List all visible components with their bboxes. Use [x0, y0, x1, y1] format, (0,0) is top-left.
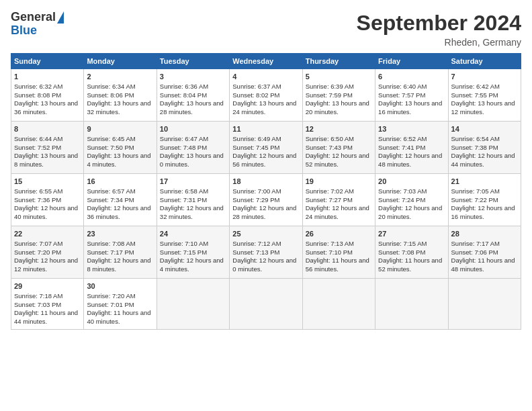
- sunset: Sunset: 7:52 PM: [14, 144, 61, 151]
- calendar-cell: 24Sunrise: 7:10 AMSunset: 7:15 PMDayligh…: [157, 226, 229, 279]
- day-number: 13: [378, 124, 445, 134]
- calendar-cell: 21Sunrise: 7:05 AMSunset: 7:22 PMDayligh…: [448, 174, 521, 226]
- calendar-cell: 26Sunrise: 7:13 AMSunset: 7:10 PMDayligh…: [302, 226, 375, 279]
- sunrise: Sunrise: 6:42 AM: [451, 83, 500, 90]
- sunrise: Sunrise: 7:17 AM: [451, 240, 500, 247]
- logo-triangle-icon: [57, 11, 64, 24]
- daylight: Daylight: 13 hours and 8 minutes.: [14, 152, 78, 168]
- day-number: 14: [451, 124, 518, 134]
- day-number: 11: [232, 124, 299, 134]
- calendar-header-friday: Friday: [375, 54, 448, 69]
- calendar-cell: 6Sunrise: 6:40 AMSunset: 7:57 PMDaylight…: [375, 69, 448, 122]
- sunset: Sunset: 7:01 PM: [87, 301, 134, 308]
- header: General Blue September 2024 Rheden, Germ…: [11, 11, 521, 48]
- daylight: Daylight: 12 hours and 16 minutes.: [451, 204, 515, 220]
- sunset: Sunset: 7:34 PM: [87, 196, 134, 203]
- month-title: September 2024: [357, 11, 521, 36]
- sunset: Sunset: 7:29 PM: [232, 196, 279, 203]
- sunset: Sunset: 7:03 PM: [14, 301, 61, 308]
- sunset: Sunset: 8:06 PM: [87, 91, 134, 99]
- sunrise: Sunrise: 7:12 AM: [232, 240, 281, 247]
- sunset: Sunset: 8:08 PM: [14, 91, 61, 99]
- day-number: 22: [14, 229, 81, 239]
- calendar-cell: 11Sunrise: 6:49 AMSunset: 7:45 PMDayligh…: [230, 122, 302, 174]
- daylight: Daylight: 12 hours and 0 minutes.: [232, 257, 296, 273]
- day-number: 1: [14, 72, 81, 82]
- sunset: Sunset: 7:45 PM: [232, 144, 279, 151]
- calendar-cell: 16Sunrise: 6:57 AMSunset: 7:34 PMDayligh…: [84, 174, 157, 226]
- calendar-cell: 27Sunrise: 7:15 AMSunset: 7:08 PMDayligh…: [375, 226, 448, 279]
- calendar-cell: 30Sunrise: 7:20 AMSunset: 7:01 PMDayligh…: [84, 279, 157, 330]
- sunrise: Sunrise: 6:32 AM: [14, 83, 62, 90]
- calendar: SundayMondayTuesdayWednesdayThursdayFrid…: [11, 53, 521, 330]
- daylight: Daylight: 12 hours and 12 minutes.: [14, 257, 78, 273]
- sunrise: Sunrise: 6:34 AM: [87, 83, 135, 90]
- sunrise: Sunrise: 6:54 AM: [451, 135, 500, 142]
- sunset: Sunset: 7:08 PM: [378, 248, 425, 256]
- sunset: Sunset: 7:24 PM: [378, 196, 425, 203]
- logo: General Blue: [11, 11, 64, 38]
- sunrise: Sunrise: 6:58 AM: [160, 187, 208, 195]
- sunset: Sunset: 7:31 PM: [160, 196, 207, 203]
- day-number: 24: [160, 229, 226, 239]
- sunset: Sunset: 7:43 PM: [306, 144, 353, 151]
- day-number: 3: [160, 72, 226, 82]
- daylight: Daylight: 11 hours and 48 minutes.: [451, 257, 515, 273]
- daylight: Daylight: 13 hours and 0 minutes.: [160, 152, 224, 168]
- sunrise: Sunrise: 6:37 AM: [232, 83, 281, 90]
- sunrise: Sunrise: 7:05 AM: [451, 187, 500, 195]
- daylight: Daylight: 13 hours and 28 minutes.: [160, 99, 224, 116]
- sunrise: Sunrise: 6:44 AM: [14, 135, 62, 142]
- sunset: Sunset: 7:17 PM: [87, 248, 134, 256]
- daylight: Daylight: 13 hours and 24 minutes.: [232, 99, 296, 116]
- calendar-cell: [230, 279, 302, 330]
- calendar-header-row: SundayMondayTuesdayWednesdayThursdayFrid…: [11, 54, 521, 69]
- sunrise: Sunrise: 7:00 AM: [232, 187, 281, 195]
- sunset: Sunset: 8:02 PM: [232, 91, 279, 99]
- daylight: Daylight: 11 hours and 44 minutes.: [14, 309, 78, 325]
- sunrise: Sunrise: 6:50 AM: [306, 135, 354, 142]
- sunset: Sunset: 7:57 PM: [378, 91, 425, 99]
- calendar-header-thursday: Thursday: [302, 54, 375, 69]
- sunset: Sunset: 7:38 PM: [451, 144, 498, 151]
- calendar-cell: 29Sunrise: 7:18 AMSunset: 7:03 PMDayligh…: [11, 279, 84, 330]
- daylight: Daylight: 12 hours and 40 minutes.: [14, 204, 78, 220]
- daylight: Daylight: 12 hours and 32 minutes.: [160, 204, 224, 220]
- calendar-cell: 1Sunrise: 6:32 AMSunset: 8:08 PMDaylight…: [11, 69, 84, 122]
- daylight: Daylight: 13 hours and 36 minutes.: [14, 99, 78, 116]
- day-number: 21: [451, 177, 518, 187]
- day-number: 19: [306, 177, 372, 187]
- calendar-header-saturday: Saturday: [448, 54, 521, 69]
- sunset: Sunset: 7:15 PM: [160, 248, 207, 256]
- calendar-cell: 3Sunrise: 6:36 AMSunset: 8:04 PMDaylight…: [157, 69, 229, 122]
- sunset: Sunset: 7:13 PM: [232, 248, 279, 256]
- daylight: Daylight: 13 hours and 16 minutes.: [378, 99, 442, 116]
- calendar-cell: 4Sunrise: 6:37 AMSunset: 8:02 PMDaylight…: [230, 69, 302, 122]
- sunset: Sunset: 7:55 PM: [451, 91, 498, 99]
- sunset: Sunset: 7:48 PM: [160, 144, 207, 151]
- day-number: 4: [232, 72, 299, 82]
- page: General Blue September 2024 Rheden, Germ…: [0, 0, 532, 411]
- calendar-cell: 12Sunrise: 6:50 AMSunset: 7:43 PMDayligh…: [302, 122, 375, 174]
- sunrise: Sunrise: 6:39 AM: [306, 83, 354, 90]
- day-number: 23: [87, 229, 153, 239]
- calendar-cell: 17Sunrise: 6:58 AMSunset: 7:31 PMDayligh…: [157, 174, 229, 226]
- calendar-cell: 18Sunrise: 7:00 AMSunset: 7:29 PMDayligh…: [230, 174, 302, 226]
- location: Rheden, Germany: [357, 37, 521, 48]
- calendar-cell: [302, 279, 375, 330]
- day-number: 25: [232, 229, 299, 239]
- sunrise: Sunrise: 7:18 AM: [14, 292, 62, 300]
- calendar-cell: 10Sunrise: 6:47 AMSunset: 7:48 PMDayligh…: [157, 122, 229, 174]
- calendar-cell: 28Sunrise: 7:17 AMSunset: 7:06 PMDayligh…: [448, 226, 521, 279]
- calendar-cell: [448, 279, 521, 330]
- daylight: Daylight: 13 hours and 20 minutes.: [306, 99, 369, 116]
- sunset: Sunset: 7:10 PM: [306, 248, 353, 256]
- sunrise: Sunrise: 6:57 AM: [87, 187, 135, 195]
- sunset: Sunset: 7:50 PM: [87, 144, 134, 151]
- daylight: Daylight: 11 hours and 52 minutes.: [378, 257, 442, 273]
- day-number: 17: [160, 177, 226, 187]
- calendar-header-sunday: Sunday: [11, 54, 84, 69]
- day-number: 18: [232, 177, 299, 187]
- day-number: 15: [14, 177, 81, 187]
- daylight: Daylight: 12 hours and 36 minutes.: [87, 204, 150, 220]
